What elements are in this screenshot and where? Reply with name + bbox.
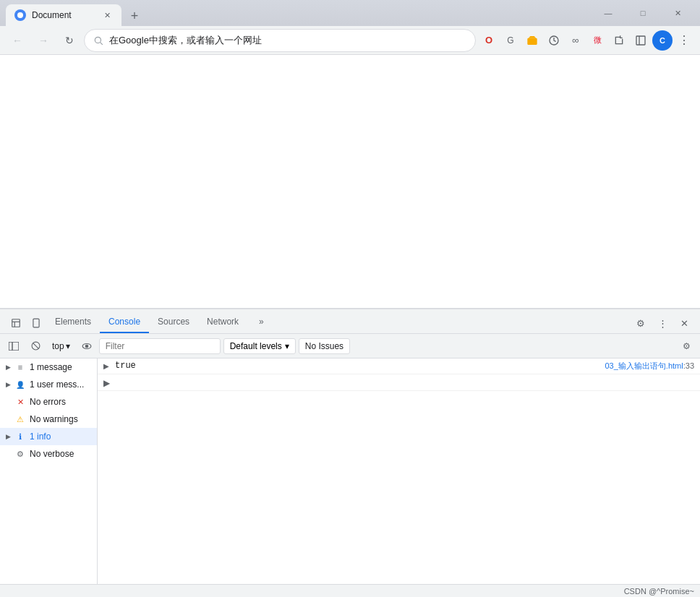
entry-value: true xyxy=(115,361,605,371)
browser-menu-icon[interactable]: ⋮ xyxy=(674,30,694,51)
user-icon: 👤 xyxy=(15,379,25,390)
minimize-button[interactable]: — xyxy=(592,2,625,24)
opera-icon[interactable]: O xyxy=(479,30,499,51)
forward-button[interactable]: → xyxy=(32,29,55,52)
console-sidebar-toggle[interactable] xyxy=(4,337,23,356)
devtools-device-icon[interactable] xyxy=(26,313,46,333)
speed-dial-icon[interactable]: ∞ xyxy=(565,30,586,51)
svg-rect-9 xyxy=(33,319,39,327)
expansion-arrow[interactable]: ▶ xyxy=(103,378,112,388)
tab-network[interactable]: Network xyxy=(198,312,247,333)
profile-avatar[interactable]: C xyxy=(652,30,673,51)
active-tab[interactable]: Document ✕ xyxy=(6,4,121,26)
devtools-panel: Elements Console Sources Network » ⚙ ⋮ ✕ xyxy=(0,308,700,597)
entry-expand-arrow[interactable]: ▶ xyxy=(103,362,112,370)
devtools-toolbar-right: ⚙ ⋮ ✕ xyxy=(631,313,694,333)
source-file: 03_输入输出语句. xyxy=(605,361,668,370)
svg-point-16 xyxy=(85,345,88,348)
tab-elements[interactable]: Elements xyxy=(46,312,100,333)
sidebar-item-warnings[interactable]: ▶ ⚠ No warnings xyxy=(0,411,97,428)
devtools-close-icon[interactable]: ✕ xyxy=(674,313,694,333)
clear-icon xyxy=(31,341,40,351)
source-colon: :33 xyxy=(683,361,694,370)
new-tab-button[interactable]: + xyxy=(124,6,145,26)
bottom-text: CSDN @^Promise~ xyxy=(624,587,694,596)
expand-arrow-info: ▶ xyxy=(6,433,11,440)
entry-source-link[interactable]: 03_输入输出语句.html:33 xyxy=(605,361,695,371)
tab-console[interactable]: Console xyxy=(100,312,149,333)
console-output: ▶ true 03_输入输出语句.html:33 ▶ xyxy=(98,358,700,584)
source-ext: html xyxy=(668,361,683,370)
close-button[interactable]: ✕ xyxy=(661,2,694,24)
console-settings-icon[interactable]: ⚙ xyxy=(677,337,696,356)
devtools-undock-icon[interactable] xyxy=(6,313,26,333)
verbose-icon: ⚙ xyxy=(15,449,25,459)
errors-label: No errors xyxy=(30,397,66,407)
svg-line-14 xyxy=(33,343,38,349)
console-toolbar: top ▾ Default levels ▾ No Issues ⚙ xyxy=(0,334,700,358)
browser-window: Document ✕ + — □ ✕ ← → ↻ 在Google中搜索，或者输入… xyxy=(0,0,700,597)
nav-bar: ← → ↻ 在Google中搜索，或者输入一个网址 O G ∞ xyxy=(0,26,700,55)
devtools-tab-bar: Elements Console Sources Network » ⚙ ⋮ ✕ xyxy=(0,309,700,334)
sync-icon[interactable] xyxy=(544,30,564,51)
default-levels-arrow: ▾ xyxy=(285,341,289,351)
address-text: 在Google中搜索，或者输入一个网址 xyxy=(109,34,466,47)
svg-line-1 xyxy=(101,42,103,44)
tab-sources[interactable]: Sources xyxy=(149,312,198,333)
sidebar-item-errors[interactable]: ▶ ✕ No errors xyxy=(0,393,97,411)
context-dropdown[interactable]: top ▾ xyxy=(48,338,74,354)
translate-icon[interactable]: G xyxy=(500,30,521,51)
default-levels-label: Default levels xyxy=(230,341,282,351)
expand-arrow-user: ▶ xyxy=(6,381,11,388)
error-icon: ✕ xyxy=(15,397,25,407)
warnings-label: No warnings xyxy=(30,414,78,424)
address-bar[interactable]: 在Google中搜索，或者输入一个网址 xyxy=(84,29,476,52)
devtools-main: ▶ ≡ 1 message ▶ 👤 1 user mess... ▶ ✕ No … xyxy=(0,358,700,584)
wallet-icon[interactable] xyxy=(522,30,542,51)
bottom-bar: CSDN @^Promise~ xyxy=(0,584,700,597)
warning-icon: ⚠ xyxy=(15,414,25,424)
svg-rect-6 xyxy=(12,319,20,327)
no-issues-text: No Issues xyxy=(305,341,343,351)
user-messages-label: 1 user mess... xyxy=(30,379,84,390)
devtools-settings-icon[interactable]: ⚙ xyxy=(631,313,651,333)
svg-rect-4 xyxy=(636,36,645,45)
sidebar-toggle-icon xyxy=(9,342,19,351)
sidebar-icon[interactable] xyxy=(631,30,651,51)
eye-icon xyxy=(82,343,92,350)
default-levels-dropdown[interactable]: Default levels ▾ xyxy=(223,338,296,354)
sidebar-item-user-messages[interactable]: ▶ 👤 1 user mess... xyxy=(0,376,97,393)
tab-title: Document xyxy=(32,10,95,20)
title-bar: Document ✕ + — □ ✕ xyxy=(0,0,700,26)
window-controls: — □ ✕ xyxy=(592,2,694,24)
info-label: 1 info xyxy=(30,431,51,442)
console-toolbar-left: top ▾ xyxy=(4,337,96,356)
maximize-button[interactable]: □ xyxy=(626,2,660,24)
nav-right-buttons: O G ∞ 微 C ⋮ xyxy=(479,30,694,51)
filter-input[interactable] xyxy=(99,338,221,354)
back-button[interactable]: ← xyxy=(6,29,29,52)
messages-label: 1 message xyxy=(30,362,72,372)
tab-more[interactable]: » xyxy=(250,312,273,333)
sidebar-item-verbose[interactable]: ▶ ⚙ No verbose xyxy=(0,445,97,463)
console-log-entry: ▶ true 03_输入输出语句.html:33 xyxy=(98,358,700,374)
page-content xyxy=(0,55,700,308)
weibo-icon[interactable]: 微 xyxy=(587,30,607,51)
verbose-label: No verbose xyxy=(30,449,74,459)
tab-close-btn[interactable]: ✕ xyxy=(101,9,113,21)
eye-button[interactable] xyxy=(77,337,96,356)
tab-favicon xyxy=(14,9,26,21)
svg-rect-2 xyxy=(527,38,537,44)
message-icon: ≡ xyxy=(15,362,25,372)
refresh-button[interactable]: ↻ xyxy=(58,29,81,52)
no-issues-badge: No Issues xyxy=(299,338,350,354)
dropdown-arrow-icon: ▾ xyxy=(66,341,70,351)
sidebar-item-messages[interactable]: ▶ ≡ 1 message xyxy=(0,358,97,376)
devtools-more-icon[interactable]: ⋮ xyxy=(652,313,673,333)
console-sidebar: ▶ ≡ 1 message ▶ 👤 1 user mess... ▶ ✕ No … xyxy=(0,358,98,584)
sidebar-item-info[interactable]: ▶ ℹ 1 info xyxy=(0,428,97,445)
console-clear-button[interactable] xyxy=(26,337,45,356)
tab-bar: Document ✕ + xyxy=(6,0,587,26)
console-log-expansion: ▶ xyxy=(98,374,700,391)
extensions-icon[interactable] xyxy=(609,30,629,51)
